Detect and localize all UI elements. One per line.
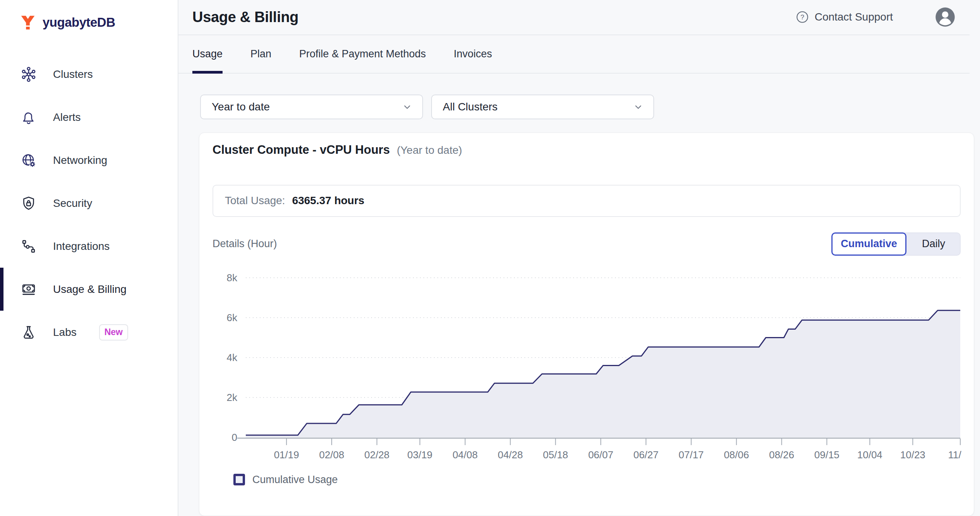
sidebar-item-usage-billing[interactable]: Usage & Billing: [0, 268, 178, 311]
tab-label: Profile & Payment Methods: [299, 48, 426, 60]
total-usage-value: 6365.37 hours: [292, 194, 365, 207]
shield-lock-icon: [21, 195, 37, 212]
sidebar-item-labs[interactable]: Labs New: [0, 311, 178, 354]
yugabytedb-logo[interactable]: yugabyteDB: [0, 0, 178, 31]
svg-text:4k: 4k: [227, 352, 238, 363]
tab-label: Usage: [192, 48, 223, 60]
header-actions: ? Contact Support: [795, 7, 970, 28]
sidebar-item-alerts[interactable]: Alerts: [0, 96, 178, 139]
svg-text:02/28: 02/28: [364, 449, 389, 461]
view-toggle: Cumulative Daily: [831, 232, 961, 256]
svg-text:06/07: 06/07: [588, 449, 613, 461]
sidebar-item-label: Alerts: [53, 111, 81, 124]
main-content: Usage & Billing ? Contact Support: [178, 0, 980, 516]
sidebar-item-security[interactable]: Security: [0, 182, 178, 225]
sidebar-item-label: Networking: [53, 154, 107, 167]
svg-text:01/19: 01/19: [274, 449, 299, 461]
active-indicator: [0, 268, 3, 311]
cumulative-toggle-button[interactable]: Cumulative: [831, 232, 906, 256]
flask-icon: [21, 324, 37, 341]
contact-support-label: Contact Support: [815, 11, 893, 23]
page-header: Usage & Billing ? Contact Support: [178, 0, 970, 35]
app-root: yugabyteDB Clusters Alerts: [0, 0, 980, 516]
card-subtitle: (Year to date): [397, 144, 462, 157]
svg-text:10/04: 10/04: [857, 449, 882, 461]
period-select-value: Year to date: [212, 101, 270, 113]
tab-usage[interactable]: Usage: [192, 35, 223, 73]
sidebar-item-networking[interactable]: Networking: [0, 139, 178, 182]
bell-icon: [21, 109, 37, 126]
details-row: Details (Hour) Cumulative Daily: [212, 232, 961, 256]
logo-wordmark: yugabyteDB: [43, 15, 115, 30]
user-avatar[interactable]: [935, 7, 956, 28]
svg-text:04/28: 04/28: [498, 449, 523, 461]
page-title: Usage & Billing: [192, 9, 298, 26]
cluster-compute-card: Cluster Compute - vCPU Hours (Year to da…: [199, 132, 974, 516]
chart-legend-item[interactable]: Cumulative Usage: [233, 474, 961, 486]
svg-text:09/15: 09/15: [814, 449, 840, 461]
sidebar-item-integrations[interactable]: Integrations: [0, 225, 178, 268]
svg-text:0: 0: [232, 432, 237, 443]
card-title: Cluster Compute - vCPU Hours: [212, 143, 390, 157]
details-label: Details (Hour): [212, 238, 277, 250]
tab-label: Plan: [250, 48, 271, 60]
period-select[interactable]: Year to date: [200, 95, 423, 119]
svg-text:6k: 6k: [227, 312, 238, 323]
globe-gear-icon: [21, 152, 37, 169]
sidebar: yugabyteDB Clusters Alerts: [0, 0, 178, 516]
filters-row: Year to date All Clusters: [200, 95, 980, 119]
card-title-row: Cluster Compute - vCPU Hours (Year to da…: [212, 143, 961, 157]
svg-text:07/17: 07/17: [678, 449, 704, 461]
svg-text:10/23: 10/23: [900, 449, 925, 461]
svg-text:05/18: 05/18: [543, 449, 568, 461]
integrations-icon: [21, 238, 37, 255]
sidebar-nav: Clusters Alerts: [0, 53, 178, 354]
legend-checkbox: [233, 474, 245, 485]
sidebar-item-label: Integrations: [53, 240, 110, 253]
svg-text:06/27: 06/27: [633, 449, 658, 461]
svg-text:?: ?: [800, 14, 804, 21]
yugabytedb-logo-icon: [19, 14, 36, 31]
total-usage-label: Total Usage:: [225, 194, 285, 207]
total-usage-box: Total Usage: 6365.37 hours: [212, 185, 961, 217]
svg-text:8k: 8k: [227, 272, 238, 284]
tab-invoices[interactable]: Invoices: [454, 35, 492, 73]
svg-text:11/13: 11/13: [948, 449, 962, 461]
clusters-icon: [21, 66, 37, 83]
clusters-select-value: All Clusters: [443, 101, 498, 113]
chevron-down-icon: [633, 102, 643, 112]
tab-profile-payment-methods[interactable]: Profile & Payment Methods: [299, 35, 426, 73]
chevron-down-icon: [402, 102, 412, 112]
contact-support-button[interactable]: ? Contact Support: [795, 10, 893, 24]
sidebar-item-label: Security: [53, 197, 92, 210]
new-badge: New: [99, 324, 128, 341]
svg-text:08/06: 08/06: [724, 449, 749, 461]
banknote-icon: [21, 281, 37, 298]
clusters-select[interactable]: All Clusters: [431, 95, 654, 119]
sidebar-item-label: Labs: [53, 326, 77, 339]
sidebar-item-label: Usage & Billing: [53, 283, 127, 296]
usage-area-chart-svg: 02k4k6k8k01/1902/0802/2803/1904/0804/280…: [212, 271, 962, 464]
svg-text:03/19: 03/19: [407, 449, 432, 461]
legend-label: Cumulative Usage: [252, 474, 338, 486]
sidebar-item-clusters[interactable]: Clusters: [0, 53, 178, 96]
svg-text:08/26: 08/26: [769, 449, 794, 461]
svg-text:2k: 2k: [227, 392, 238, 403]
help-circle-icon: ?: [795, 10, 809, 24]
daily-toggle-button[interactable]: Daily: [903, 232, 961, 256]
svg-text:02/08: 02/08: [319, 449, 344, 461]
svg-text:04/08: 04/08: [452, 449, 478, 461]
tab-label: Invoices: [454, 48, 492, 60]
usage-area-chart: 02k4k6k8k01/1902/0802/2803/1904/0804/280…: [212, 271, 961, 464]
tab-plan[interactable]: Plan: [250, 35, 271, 73]
sidebar-item-label: Clusters: [53, 68, 93, 81]
billing-tabs: Usage Plan Profile & Payment Methods Inv…: [178, 35, 970, 74]
